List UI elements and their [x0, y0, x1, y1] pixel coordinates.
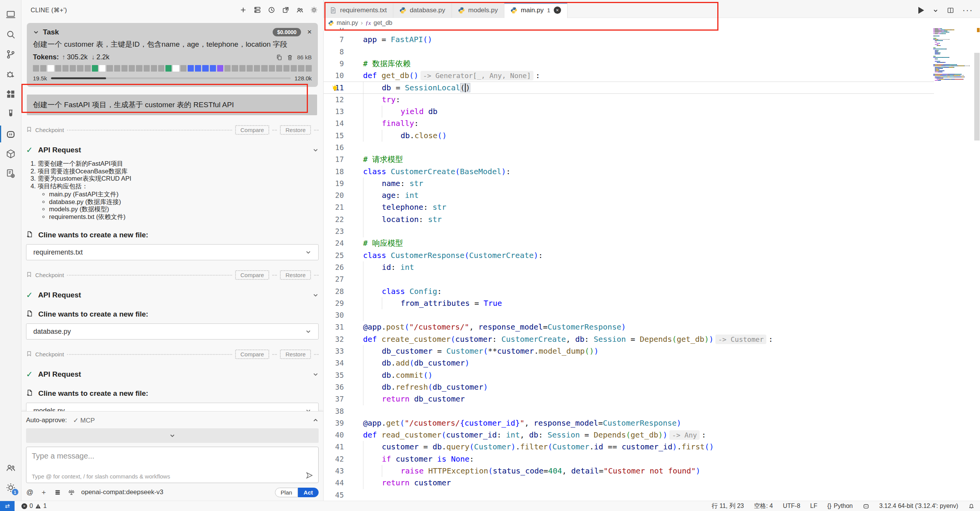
code-line[interactable]: 10def get_db()-> Generator[_, Any, None]…	[324, 70, 934, 82]
code-line[interactable]: 15db.close()	[324, 130, 934, 142]
code-line[interactable]: 13yield db	[324, 106, 934, 118]
copy-icon[interactable]	[276, 54, 283, 61]
message-input[interactable]	[26, 447, 318, 483]
add-icon[interactable]: ＋	[40, 488, 47, 496]
task-collapse-icon[interactable]	[33, 29, 39, 35]
sidebar-scroll-area[interactable]: Task $0.0000 × 创建一个 customer 表，主键是ID，包含n…	[21, 20, 323, 411]
chevron-up-icon[interactable]	[312, 417, 319, 423]
tab-requirements.txt[interactable]: requirements.txt	[324, 2, 393, 18]
code-line[interactable]: 31@app.post("/customers/", response_mode…	[324, 321, 934, 333]
more-actions-icon[interactable]: ···	[962, 5, 973, 15]
code-runner-icon[interactable]	[0, 164, 21, 184]
encoding[interactable]: UTF-8	[783, 503, 800, 509]
chevron-down-icon[interactable]	[312, 292, 319, 298]
code-line[interactable]: 42if customer is None:	[324, 453, 934, 465]
act-button[interactable]: Act	[298, 488, 319, 497]
code-line[interactable]: 45	[324, 489, 934, 501]
lightbulb-icon[interactable]	[331, 84, 339, 92]
breadcrumb-symbol[interactable]: get_db	[374, 20, 393, 26]
rules-icon[interactable]	[67, 488, 75, 496]
breadcrumb-file[interactable]: main.py	[337, 20, 358, 26]
chevron-down-icon[interactable]	[312, 147, 319, 153]
api-request-row[interactable]: ✓API Request	[26, 291, 319, 300]
api-request-row[interactable]: ✓API Request	[26, 370, 319, 379]
compare-button[interactable]: Compare	[235, 270, 270, 280]
code-line[interactable]: 37return db_customer	[324, 393, 934, 405]
code-line[interactable]: 20age: int	[324, 189, 934, 201]
indentation[interactable]: 空格: 4	[754, 502, 773, 510]
new-task-icon[interactable]	[239, 6, 247, 14]
tab-database.py[interactable]: database.py	[393, 2, 452, 18]
code-line[interactable]: 26id: int	[324, 261, 934, 273]
run-python-icon[interactable]	[918, 7, 924, 14]
api-request-row[interactable]: ✓API Request	[26, 145, 319, 155]
code-line[interactable]: 35db.commit()	[324, 369, 934, 381]
scrollbar[interactable]	[974, 28, 980, 501]
sidebar-settings-icon[interactable]	[310, 6, 318, 14]
copilot-icon[interactable]	[863, 503, 869, 509]
restore-button[interactable]: Restore	[280, 349, 311, 359]
code-line[interactable]: 12try:	[324, 94, 934, 106]
file-dropdown[interactable]: requirements.txt	[26, 244, 319, 260]
notifications-bell-icon[interactable]	[968, 503, 975, 509]
run-dropdown-icon[interactable]	[933, 7, 939, 13]
compare-button[interactable]: Compare	[235, 349, 270, 359]
history-icon[interactable]	[267, 6, 275, 14]
code-line[interactable]: 38	[324, 405, 934, 417]
code-line[interactable]: 44return customer	[324, 477, 934, 489]
language-mode[interactable]: {} Python	[827, 503, 853, 509]
task-close-icon[interactable]: ×	[307, 28, 312, 36]
send-icon[interactable]	[305, 471, 314, 480]
code-line[interactable]: 43raise HTTPException(status_code=404, d…	[324, 465, 934, 477]
eol[interactable]: LF	[810, 503, 818, 509]
code-line[interactable]: 25class CustomerResponse(CustomerCreate)…	[324, 250, 934, 261]
file-dropdown[interactable]: database.py	[26, 323, 319, 340]
breadcrumb[interactable]: main.py › ƒx get_db	[324, 18, 980, 28]
accounts-icon[interactable]	[0, 458, 21, 478]
code-line[interactable]: 8	[324, 46, 934, 58]
restore-button[interactable]: Restore	[280, 125, 311, 135]
tab-models.py[interactable]: models.py	[452, 2, 504, 18]
cursor-position[interactable]: 行 11, 列 23	[712, 502, 744, 510]
code-line[interactable]: 18class CustomerCreate(BaseModel):	[324, 166, 934, 178]
code-line[interactable]: 21telephone: str	[324, 201, 934, 213]
extensions-icon[interactable]	[0, 84, 21, 104]
package-icon[interactable]	[0, 144, 21, 164]
code-line[interactable]: 24# 响应模型	[324, 237, 934, 249]
cline-icon[interactable]	[0, 124, 21, 144]
code-line[interactable]: 19name: str	[324, 178, 934, 189]
model-selector[interactable]: openai-compat:deepseek-v3	[81, 488, 164, 496]
open-in-editor-icon[interactable]	[281, 6, 290, 14]
run-debug-icon[interactable]	[0, 64, 21, 84]
code-line[interactable]: 9# 数据库依赖	[324, 58, 934, 70]
code-line[interactable]: 6	[324, 28, 934, 34]
close-icon[interactable]: ×	[554, 7, 561, 14]
code-line[interactable]: 22location: str	[324, 214, 934, 225]
code-line[interactable]: 36db.refresh(db_customer)	[324, 381, 934, 393]
code-line[interactable]: 30	[324, 309, 934, 321]
code-line[interactable]: 34db.add(db_customer)	[324, 357, 934, 369]
code-line[interactable]: 16	[324, 142, 934, 153]
source-control-icon[interactable]	[0, 44, 21, 64]
code-line[interactable]: 41customer = db.query(Customer).filter(C…	[324, 441, 934, 453]
code-line[interactable]: 33db_customer = Customer(**customer.mode…	[324, 345, 934, 357]
mention-icon[interactable]: @	[26, 488, 34, 496]
remote-indicator[interactable]: ⇄	[0, 501, 15, 511]
code-line[interactable]: 11db = SessionLocal()	[324, 82, 934, 93]
code-editor[interactable]: 67app = FastAPI()89# 数据库依赖10def get_db()…	[324, 28, 980, 501]
expand-toggle-button[interactable]	[26, 428, 319, 443]
problems-status[interactable]: × 0 1	[21, 503, 47, 509]
delete-icon[interactable]	[286, 54, 293, 61]
code-line[interactable]: 23	[324, 225, 934, 237]
auto-approve-row[interactable]: Auto-approve: ✓ MCP	[26, 415, 319, 426]
code-line[interactable]: 29from_attributes = True	[324, 297, 934, 309]
code-line[interactable]: 32def create_customer(customer: Customer…	[324, 333, 934, 345]
restore-button[interactable]: Restore	[280, 270, 311, 280]
code-line[interactable]: 17# 请求模型	[324, 153, 934, 165]
code-line[interactable]: 14finally:	[324, 118, 934, 129]
code-line[interactable]: 39@app.get("/customers/{customer_id}", r…	[324, 417, 934, 429]
scrollbar-thumb[interactable]	[974, 53, 980, 140]
search-icon[interactable]	[0, 24, 21, 44]
tab-main.py[interactable]: main.py1×	[504, 2, 568, 18]
slash-commands-icon[interactable]	[54, 488, 61, 496]
